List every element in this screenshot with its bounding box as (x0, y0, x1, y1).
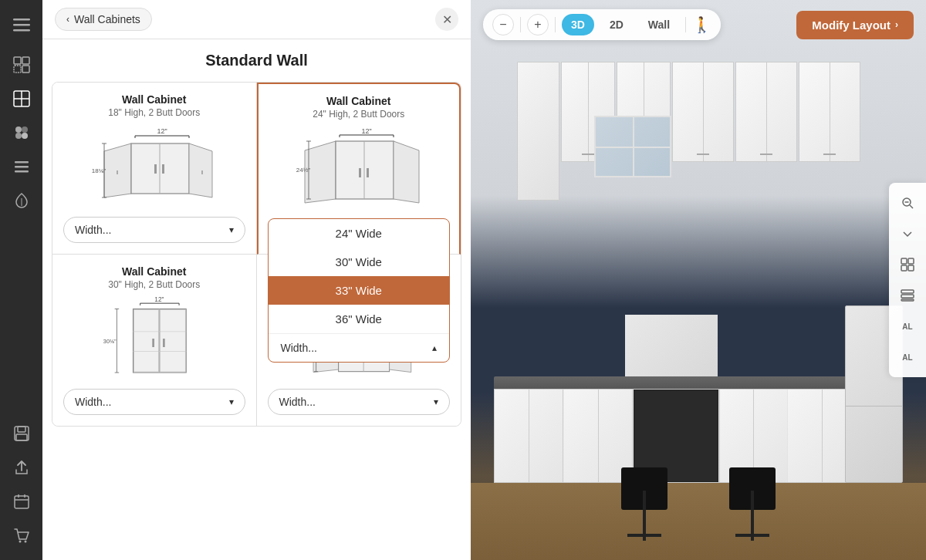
cabinet-card-30h[interactable]: Wall Cabinet 30" High, 2 Butt Doors 12" (52, 255, 257, 426)
sidebar-icon-cabinets[interactable] (6, 83, 37, 114)
width-button-1[interactable]: Width... ▾ (63, 217, 245, 243)
width-dropdown-menu: 24" Wide 30" Wide 33" Wide 36" Wide Widt… (268, 218, 451, 363)
dropdown-item-33[interactable]: 33" Wide (269, 276, 450, 305)
panel: ‹ Wall Cabinets ✕ Standard Wall Wall Cab… (42, 0, 471, 560)
back-label: Wall Cabinets (74, 13, 140, 25)
walk-icon[interactable]: 🚶 (692, 15, 711, 34)
backsplash (625, 315, 718, 376)
close-icon: ✕ (442, 12, 452, 27)
cabinet-subtitle-2: 24" High, 2 Butt Doors (313, 109, 404, 120)
dropdown-width-label: Width... (281, 342, 317, 354)
svg-point-12 (15, 133, 22, 139)
back-chevron-icon: ‹ (66, 14, 69, 25)
rt-label-al-button[interactable]: AL (894, 312, 921, 340)
width-dropdown-1: Width... ▾ (63, 217, 245, 243)
svg-rect-85 (901, 258, 907, 264)
cabinet-subtitle-1: 18" High, 2 Butt Doors (108, 107, 200, 118)
svg-rect-90 (901, 295, 914, 298)
svg-rect-86 (908, 258, 914, 264)
width-dropdown-3: Width... ▾ (63, 389, 245, 415)
view-3d-button[interactable]: 3D (562, 14, 594, 35)
walk-divider (685, 17, 686, 32)
dropdown-item-36[interactable]: 36" Wide (269, 305, 450, 333)
dropdown-item-24[interactable]: 24" Wide (269, 219, 450, 248)
barstool-area (621, 467, 776, 537)
cabinet-illustration-2: 12" 24½" (293, 126, 424, 211)
modify-chevron-icon: › (895, 19, 898, 30)
sidebar-icon-cart[interactable] (6, 520, 37, 551)
svg-text:12": 12" (157, 127, 167, 135)
svg-text:12": 12" (361, 127, 371, 135)
sidebar-icon-layout[interactable] (6, 49, 37, 80)
modify-layout-label: Modify Layout (812, 19, 891, 32)
width-label-1: Width... (75, 224, 111, 236)
kitchen-scene (471, 0, 926, 560)
chevron-down-icon-4: ▾ (434, 396, 438, 407)
svg-rect-87 (901, 265, 907, 271)
svg-rect-88 (908, 265, 914, 271)
cabinet-title-2: Wall Cabinet (326, 95, 391, 107)
back-button[interactable]: ‹ Wall Cabinets (55, 8, 152, 31)
svg-rect-0 (13, 19, 30, 21)
right-tools: AL AL (889, 183, 926, 377)
rt-label-al2-button[interactable]: AL (894, 343, 921, 371)
mode-divider (555, 17, 556, 32)
svg-rect-1 (13, 24, 30, 26)
chevron-down-icon-1: ▾ (229, 224, 234, 235)
zoom-controls: − + 3D 2D Wall 🚶 (483, 9, 721, 40)
view-2d-button[interactable]: 2D (600, 14, 633, 35)
rt-list-button[interactable] (894, 282, 921, 309)
cabinet-title-1: Wall Cabinet (122, 93, 187, 106)
sidebar-icon-decor[interactable] (6, 185, 37, 216)
zoom-out-button[interactable]: − (492, 14, 514, 35)
sidebar-icon-save[interactable] (6, 418, 37, 449)
svg-rect-6 (22, 66, 29, 73)
view-wall-button[interactable]: Wall (639, 14, 679, 35)
plus-icon: + (534, 18, 541, 32)
sidebar-icon-design[interactable] (6, 117, 37, 148)
sidebar-icon-menu[interactable] (6, 9, 37, 40)
modify-layout-button[interactable]: Modify Layout › (796, 11, 914, 39)
cabinet-card-24h[interactable]: Wall Cabinet 24" High, 2 Butt Doors 12" (257, 83, 461, 255)
svg-rect-14 (15, 161, 29, 164)
cabinet-card-18h[interactable]: Wall Cabinet 18" High, 2 Butt Doors 12" (52, 83, 257, 255)
dropdown-footer[interactable]: Width... ▴ (269, 333, 450, 362)
chevron-up-icon: ▴ (432, 342, 437, 353)
rt-arrow-button[interactable] (894, 220, 921, 248)
svg-rect-2 (13, 29, 30, 32)
dropdown-item-30[interactable]: 30" Wide (269, 248, 450, 276)
width-label-4: Width... (279, 396, 316, 408)
svg-rect-18 (18, 427, 25, 432)
svg-rect-3 (14, 57, 21, 64)
rt-grid-button[interactable] (894, 251, 921, 278)
svg-rect-62 (152, 339, 154, 347)
minus-icon: − (499, 18, 506, 32)
svg-rect-46 (359, 168, 361, 177)
window (594, 116, 671, 177)
cabinet-illustration-3: 12" 30⅛" (89, 296, 220, 381)
sidebar-icon-materials[interactable] (6, 151, 37, 182)
width-label-3: Width... (75, 396, 111, 408)
svg-point-11 (22, 127, 28, 133)
cabinet-subtitle-3: 30" High, 2 Butt Doors (108, 279, 200, 290)
close-button[interactable]: ✕ (435, 8, 458, 31)
cabinet-illustration-1: 12" 18⅛" (89, 124, 220, 209)
upper-cabinets (517, 62, 887, 162)
view-wall-label: Wall (648, 19, 670, 31)
svg-point-25 (24, 541, 26, 543)
svg-point-13 (22, 133, 28, 139)
sidebar-icon-share[interactable] (6, 452, 37, 483)
svg-rect-89 (901, 290, 914, 293)
svg-text:30⅛": 30⅛" (103, 338, 117, 345)
rt-zoom-button[interactable] (894, 189, 921, 217)
width-button-3[interactable]: Width... ▾ (63, 389, 245, 415)
svg-rect-4 (22, 57, 29, 64)
svg-rect-20 (15, 496, 29, 508)
zoom-in-button[interactable]: + (527, 14, 549, 35)
sidebar (0, 0, 42, 560)
sidebar-icon-calendar[interactable] (6, 486, 37, 517)
cabinet-title-3: Wall Cabinet (122, 265, 187, 278)
svg-rect-5 (14, 66, 21, 73)
view-2d-label: 2D (610, 19, 624, 31)
width-button-4[interactable]: Width... ▾ (268, 389, 451, 415)
